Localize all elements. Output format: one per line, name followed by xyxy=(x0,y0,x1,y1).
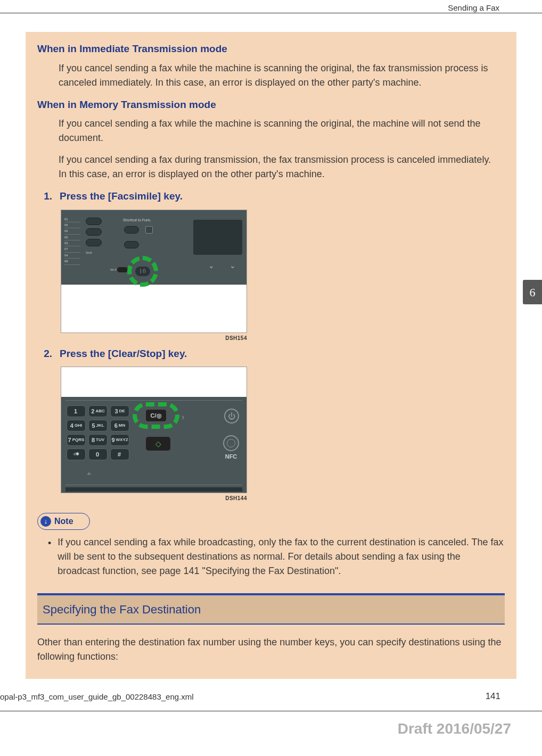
note-bullet-text: If you cancel sending a fax while broadc… xyxy=(58,535,505,578)
key-star: ·/✱ xyxy=(67,448,86,460)
figure-1-wrap: 01 05 02 06 03 07 04 08 Shift Shortcut t… xyxy=(61,210,247,342)
left-buttons xyxy=(86,218,107,250)
chevron-down-icon: ⌄ xyxy=(208,260,215,271)
chevron-down-icon: ⌄ xyxy=(229,260,236,271)
step-2-number: 2. xyxy=(37,346,52,362)
footer-rule xyxy=(0,711,542,711)
quickdial-labels: 01 05 02 06 03 07 04 08 xyxy=(64,217,80,265)
note-badge: ↓ Note xyxy=(37,513,90,530)
key-8: 8 TUV xyxy=(88,434,108,446)
nfc-icon xyxy=(223,435,239,451)
center-buttons xyxy=(124,226,139,256)
highlight-oval: C/◎ xyxy=(133,402,179,429)
key-7: 7 PQRS xyxy=(67,434,86,446)
step-1-text: Press the [Facsimile] key. xyxy=(60,189,183,204)
footer-filename: opal-p3_mf3_com_user_guide_gb_00228483_e… xyxy=(0,691,194,703)
display-screen xyxy=(193,220,242,255)
start-key: ◇ xyxy=(145,436,171,451)
draft-watermark: Draft 2016/05/27 xyxy=(398,718,511,740)
key-1: 1 xyxy=(67,405,86,417)
key-9: 9 WXYZ xyxy=(110,434,129,446)
status-led xyxy=(145,226,153,234)
header-rule xyxy=(0,13,542,13)
para-memory-2: If you cancel sending a fax during trans… xyxy=(59,153,502,181)
symbol-label: -#- xyxy=(87,471,92,477)
softkey-chevrons: ⌄ ⌄ xyxy=(208,260,236,271)
clear-stop-key: C/◎ xyxy=(145,409,167,422)
step-2-text: Press the [Clear/Stop] key. xyxy=(60,346,187,362)
step-2-row: 2. Press the [Clear/Stop] key. xyxy=(37,346,505,362)
figure-1: 01 05 02 06 03 07 04 08 Shift Shortcut t… xyxy=(61,210,247,333)
chapter-tab: 6 xyxy=(523,280,542,304)
step-1-row: 1. Press the [Facsimile] key. xyxy=(37,189,505,204)
key-hash: # xyxy=(110,448,129,460)
note-label: Note xyxy=(54,515,73,528)
section-heading: Specifying the Fax Destination xyxy=(37,595,505,624)
figure-2-label: DSH144 xyxy=(61,494,247,502)
figure-2-wrap: 1 2 ABC 3 DE 4 GHI 5 JKL 6 MN 7 PQRS 8 T… xyxy=(61,367,247,502)
para-immediate: If you cancel sending a fax while the ma… xyxy=(59,61,502,90)
chevron-right-icon: › xyxy=(182,411,184,423)
figure-2: 1 2 ABC 3 DE 4 GHI 5 JKL 6 MN 7 PQRS 8 T… xyxy=(61,367,247,493)
numeric-keypad: 1 2 ABC 3 DE 4 GHI 5 JKL 6 MN 7 PQRS 8 T… xyxy=(67,405,129,460)
main-content: When in Immediate Transmission mode If y… xyxy=(26,32,516,679)
nfc-label: NFC xyxy=(225,453,237,460)
highlight-circle: | ⎙ xyxy=(127,256,158,287)
shift-label: Shift xyxy=(86,251,92,255)
key-3: 3 DE xyxy=(110,405,129,417)
figure-1-label: DSH154 xyxy=(61,334,247,342)
key-2: 2 ABC xyxy=(88,405,108,417)
para-memory-1: If you cancel sending a fax while the ma… xyxy=(59,117,502,145)
heading-memory-mode: When in Memory Transmission mode xyxy=(37,97,505,113)
key-4: 4 GHI xyxy=(67,420,86,431)
footer-page-number: 141 xyxy=(486,689,500,703)
shortcut-label: Shortcut to Func. xyxy=(123,218,151,223)
note-bullet-row: • If you cancel sending a fax while broa… xyxy=(48,535,505,578)
wifi-button xyxy=(117,267,128,273)
nfc-area: NFC xyxy=(223,435,239,461)
step-1-number: 1. xyxy=(37,189,52,204)
facsimile-key-icon: | ⎙ xyxy=(135,267,150,276)
section-heading-wrap: Specifying the Fax Destination xyxy=(37,593,505,625)
key-5: 5 JKL xyxy=(88,420,108,431)
key-0: 0 xyxy=(88,448,108,460)
down-arrow-icon: ↓ xyxy=(40,516,51,527)
section2-intro: Other than entering the destination fax … xyxy=(37,635,505,664)
bullet-icon: • xyxy=(48,536,51,578)
power-icon: ⏻ xyxy=(224,409,239,423)
key-6: 6 MN xyxy=(110,420,129,431)
heading-immediate-mode: When in Immediate Transmission mode xyxy=(37,41,505,57)
